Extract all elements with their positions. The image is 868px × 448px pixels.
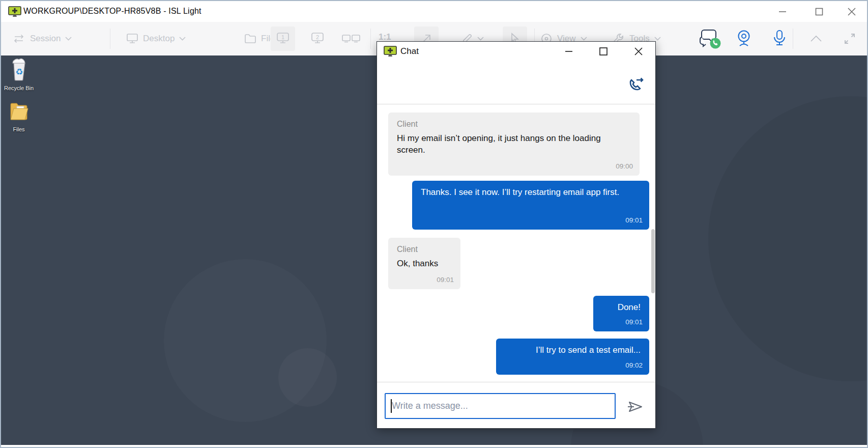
monitor-2-button[interactable]: 2	[305, 26, 330, 51]
message-text: Hi my email isn’t opening, it just hangs…	[397, 132, 631, 156]
fullscreen-button[interactable]	[837, 26, 862, 51]
toolbar-divider	[370, 29, 371, 49]
message-text: I’ll try to send a test email...	[505, 344, 641, 356]
zoom-1to1-button[interactable]: 1:1	[379, 32, 391, 42]
chat-input-divider	[377, 382, 655, 382]
desktop-icon-recycle-bin[interactable]: ♻ Recycle Bin	[1, 58, 38, 91]
chat-window: Chat Client Hi my email isn’t opening, i…	[377, 41, 656, 429]
message-time: 09:01	[625, 214, 643, 226]
monitor-1-button[interactable]: 1	[271, 26, 295, 51]
chat-window-title: Chat	[400, 46, 419, 57]
microphone-icon	[772, 30, 787, 48]
svg-text:2: 2	[316, 34, 319, 40]
chat-message: Done! 09:01	[593, 296, 649, 331]
message-input[interactable]	[385, 393, 616, 419]
files-folder-icon	[8, 100, 30, 123]
message-time: 09:01	[625, 316, 643, 328]
webcam-button[interactable]	[732, 26, 756, 51]
session-menu[interactable]: Session	[12, 22, 72, 55]
toolbar-divider	[793, 29, 793, 49]
transfer-call-button[interactable]	[625, 74, 646, 99]
desktop-icon-label: Recycle Bin	[1, 85, 38, 91]
window-maximize-button[interactable]	[809, 4, 829, 19]
send-message-button[interactable]	[623, 399, 647, 415]
message-sender: Client	[397, 118, 631, 130]
isl-logo-icon	[384, 46, 397, 59]
desktop-icon-label: Files	[1, 126, 38, 132]
chat-call-button[interactable]	[697, 26, 725, 51]
message-text: Ok, thanks	[397, 258, 452, 269]
text-caret	[391, 399, 392, 413]
dual-monitor-icon	[341, 34, 361, 44]
monitor-2-icon: 2	[310, 32, 325, 45]
recycle-bin-icon: ♻	[8, 58, 30, 81]
session-label: Session	[30, 34, 61, 44]
chat-titlebar: Chat	[377, 42, 655, 63]
webcam-icon	[736, 30, 752, 48]
message-time: 09:01	[437, 274, 454, 286]
message-time: 09:02	[625, 359, 643, 371]
desktop-label: Desktop	[143, 34, 175, 44]
chevron-up-icon	[810, 35, 822, 42]
chat-message: I’ll try to send a test email... 09:02	[496, 339, 649, 375]
send-icon	[625, 400, 645, 414]
message-sender: Client	[397, 243, 452, 255]
monitor-1-icon: 1	[276, 32, 290, 45]
chevron-down-icon	[477, 37, 484, 41]
all-monitors-button[interactable]	[337, 26, 365, 51]
collapse-toolbar-button[interactable]	[804, 26, 828, 51]
phone-forward-icon	[625, 74, 646, 95]
window-minimize-button[interactable]	[772, 4, 793, 19]
microphone-button[interactable]	[767, 26, 792, 51]
chat-message: Thanks. I see it now. I’ll try restartin…	[412, 181, 649, 230]
svg-text:1: 1	[281, 34, 284, 40]
chevron-down-icon	[65, 37, 72, 41]
svg-text:♻: ♻	[15, 67, 23, 77]
message-time: 09:00	[616, 160, 633, 172]
background-circle	[278, 348, 337, 407]
message-text: Thanks. I see it now. I’ll try restartin…	[421, 186, 641, 198]
chevron-down-icon	[179, 37, 186, 41]
titlebar: WORKGROUP\DESKTOP-HR85V8B - ISL Light	[1, 1, 867, 22]
chat-message: Client Hi my email isn’t opening, it jus…	[388, 113, 640, 176]
toolbar-divider	[110, 29, 110, 49]
chevron-down-icon	[581, 37, 587, 41]
background-circle	[708, 96, 867, 381]
chat-maximize-button[interactable]	[592, 43, 615, 60]
chat-header-divider	[377, 104, 655, 104]
window-title: WORKGROUP\DESKTOP-HR85V8B - ISL Light	[23, 7, 201, 16]
desktop-menu[interactable]: Desktop	[126, 22, 186, 55]
isl-logo-icon	[8, 6, 21, 19]
expand-arrows-icon	[843, 32, 857, 46]
window-close-button[interactable]	[842, 4, 862, 19]
monitor-icon	[126, 33, 138, 44]
chat-bubbles-phone-icon	[699, 28, 722, 49]
chat-scrollbar-thumb[interactable]	[651, 229, 655, 293]
chevron-down-icon	[654, 37, 661, 41]
desktop-icon-files[interactable]: Files	[1, 100, 38, 132]
chat-close-button[interactable]	[627, 43, 650, 60]
chat-message: Client Ok, thanks 09:01	[388, 238, 460, 289]
app-window: WORKGROUP\DESKTOP-HR85V8B - ISL Light Se…	[0, 0, 868, 448]
session-swap-icon	[12, 33, 25, 44]
folder-icon	[244, 34, 256, 44]
chat-minimize-button[interactable]	[558, 43, 580, 60]
message-text: Done!	[602, 301, 641, 313]
